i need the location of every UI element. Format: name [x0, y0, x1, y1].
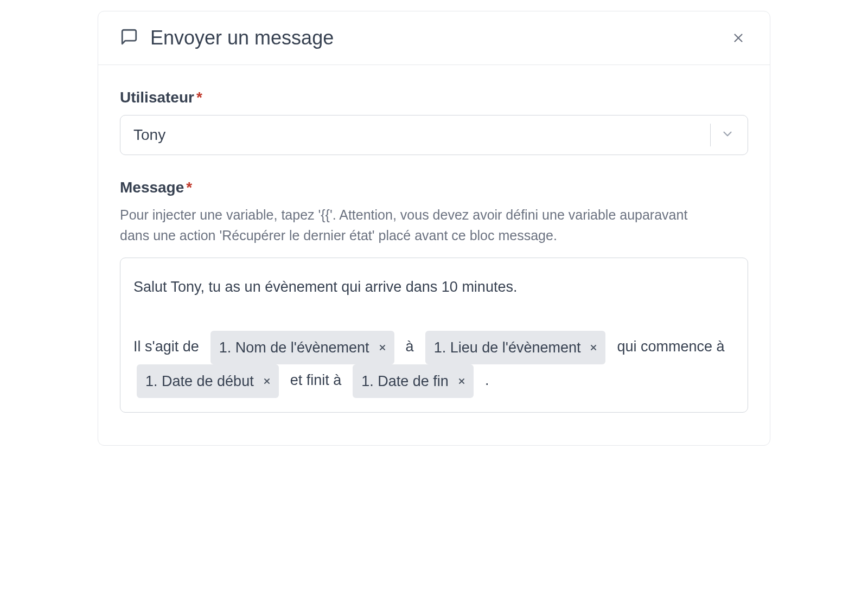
send-message-panel: Envoyer un message Utilisateur* Tony Mes…	[98, 11, 770, 446]
message-icon	[120, 28, 138, 48]
user-label-text: Utilisateur	[120, 89, 194, 106]
user-label: Utilisateur*	[120, 89, 748, 106]
variable-chip-start-date[interactable]: 1. Date de début	[137, 364, 279, 398]
message-text-seg5: .	[481, 372, 489, 388]
select-indicator	[710, 124, 735, 146]
variable-chip-event-name[interactable]: 1. Nom de l'évènement	[210, 331, 394, 364]
message-text-seg2: à	[401, 338, 418, 355]
user-select-value: Tony	[133, 126, 710, 144]
chip-label: 1. Date de début	[145, 367, 254, 396]
message-help-text: Pour injecter une variable, tapez '{{'. …	[120, 205, 706, 246]
close-button[interactable]	[729, 28, 748, 48]
chip-label: 1. Lieu de l'évènement	[434, 333, 581, 362]
user-select[interactable]: Tony	[120, 115, 748, 155]
message-label-text: Message	[120, 179, 184, 196]
message-input[interactable]: Salut Tony, tu as un évènement qui arriv…	[120, 258, 748, 413]
message-text-line1: Salut Tony, tu as un évènement qui arriv…	[133, 279, 517, 295]
chevron-down-icon	[720, 127, 735, 143]
message-text-seg3: qui commence à	[613, 338, 729, 355]
required-mark: *	[196, 89, 202, 106]
panel-header: Envoyer un message	[98, 11, 770, 65]
panel-body: Utilisateur* Tony Message* Pour injecter…	[98, 65, 770, 445]
chip-remove-icon[interactable]	[589, 343, 598, 352]
variable-chip-end-date[interactable]: 1. Date de fin	[353, 364, 474, 398]
chip-remove-icon[interactable]	[263, 377, 271, 386]
panel-title-wrap: Envoyer un message	[120, 27, 334, 49]
chip-remove-icon[interactable]	[457, 377, 466, 386]
message-text-seg4: et finit à	[286, 372, 346, 388]
chip-label: 1. Date de fin	[361, 367, 449, 396]
message-text-seg1: Il s'agit de	[133, 338, 203, 355]
variable-chip-event-location[interactable]: 1. Lieu de l'évènement	[425, 331, 606, 364]
panel-title: Envoyer un message	[150, 27, 334, 49]
select-separator	[710, 124, 711, 146]
chip-label: 1. Nom de l'évènement	[219, 333, 369, 362]
message-label: Message*	[120, 179, 748, 196]
required-mark: *	[186, 179, 192, 196]
chip-remove-icon[interactable]	[378, 343, 387, 352]
